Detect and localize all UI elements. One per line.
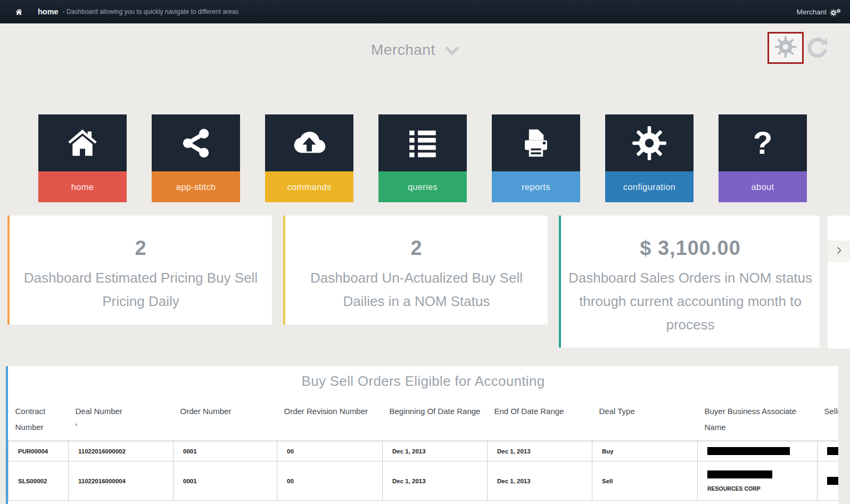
table-cell: 00 — [277, 461, 383, 501]
table-cell: Sell — [592, 461, 698, 501]
table-cell: 00 — [277, 441, 383, 461]
dashboard-title-dropdown[interactable]: Merchant — [0, 42, 830, 60]
topbar: home - Dashboard allowing you to quickly… — [0, 0, 850, 23]
table-cell — [818, 441, 839, 461]
stat-label: Dashboard Estimated Pricing Buy Sell Pri… — [16, 266, 266, 313]
table-cell: 11022016000002 — [69, 441, 174, 461]
chevron-down-icon — [445, 43, 459, 60]
tile-label: about — [752, 182, 774, 192]
table-cell: PUR00004 — [9, 441, 69, 461]
nav-tiles: homeapp-stitchcommandsqueriesreportsconf… — [38, 114, 807, 202]
column-header: Beginning Of Date Range — [383, 402, 488, 441]
stat-value: 2 — [16, 237, 266, 260]
gear-icon-small — [836, 7, 841, 15]
table-cell: 11022016000004 — [69, 461, 174, 501]
table-cell — [818, 461, 839, 501]
table-row[interactable]: PUR0000411022016000002000100Dec 1, 2013D… — [9, 441, 839, 461]
redacted-value — [827, 477, 838, 485]
breadcrumb-page[interactable]: home — [38, 7, 59, 16]
column-header: Order Revision Number — [277, 402, 383, 441]
table-cell: SLS00002 — [9, 461, 69, 501]
column-header: Buyer Business Associate Name — [698, 402, 818, 441]
redacted-value — [707, 447, 790, 455]
stat-card-1: 2Dashboard Estimated Pricing Buy Sell Pr… — [7, 216, 272, 325]
orders-table: Contract NumberDeal Number²Order NumberO… — [8, 402, 838, 501]
header-actions — [768, 32, 830, 64]
table-cell: Dec 1, 2013 — [383, 461, 488, 501]
tile-label: home — [71, 182, 94, 192]
chevron-right-icon — [835, 246, 844, 257]
table-cell: RESOURCES CORP — [698, 461, 818, 501]
list-icon — [405, 126, 440, 161]
page-description: - Dashboard allowing you to quickly navi… — [63, 8, 239, 15]
share-icon — [178, 126, 213, 161]
cogs-icon — [830, 7, 841, 16]
tile-label: commands — [287, 182, 331, 192]
tile-label: configuration — [623, 182, 675, 192]
topbar-merchant-label: Merchant — [797, 8, 827, 16]
page-title: Merchant — [371, 42, 435, 58]
table-row[interactable]: SLS0000211022016000004000100Dec 1, 2013D… — [9, 461, 839, 501]
tile-queries[interactable]: queries — [378, 114, 467, 202]
tile-label: app-stitch — [176, 182, 216, 192]
tile-configuration[interactable]: configuration — [605, 114, 694, 202]
column-header: Deal Type — [592, 402, 698, 441]
carousel-peek-card — [828, 216, 850, 349]
column-header: Order Number — [174, 402, 277, 441]
stat-label: Dashboard Un-Actualized Buy Sell Dailies… — [292, 266, 541, 313]
column-header: Contract Number — [9, 402, 69, 441]
refresh-button[interactable] — [805, 36, 830, 60]
table-title: Buy Sell Orders Eligible for Accounting — [8, 373, 838, 390]
topbar-merchant-menu[interactable]: Merchant — [797, 7, 841, 16]
tile-label: queries — [408, 182, 438, 192]
tile-reports[interactable]: reports — [492, 114, 580, 202]
table-cell: Dec 1, 2013 — [488, 461, 592, 501]
table-cell: Buy — [592, 441, 698, 461]
tile-about[interactable]: ?about — [719, 114, 807, 202]
redacted-value — [827, 447, 838, 455]
settings-button[interactable] — [768, 32, 804, 64]
question-icon: ? — [753, 127, 773, 159]
table-cell: Dec 1, 2013 — [383, 441, 488, 461]
stat-cards-row: 2Dashboard Estimated Pricing Buy Sell Pr… — [7, 216, 820, 348]
table-cell — [698, 441, 818, 461]
carousel-next-button[interactable] — [828, 241, 850, 262]
column-header: End Of Date Range — [488, 402, 592, 441]
column-header: Deal Number² — [69, 402, 174, 441]
column-header: Seller Business Associate Name — [818, 402, 839, 441]
table-cell: Dec 1, 2013 — [488, 441, 592, 461]
cloud-upload-icon — [292, 126, 327, 161]
tile-label: reports — [522, 182, 550, 192]
tile-app-stitch[interactable]: app-stitch — [152, 114, 240, 202]
redacted-value — [707, 470, 772, 478]
stat-value: 2 — [292, 237, 541, 260]
printer-icon — [518, 126, 554, 161]
orders-panel: Buy Sell Orders Eligible for Accounting … — [6, 366, 838, 504]
home-icon[interactable] — [15, 8, 23, 16]
tile-home[interactable]: home — [38, 114, 127, 202]
stat-card-2: 2Dashboard Un-Actualized Buy Sell Dailie… — [283, 216, 548, 325]
cell-caption: RESOURCES CORP — [707, 485, 815, 492]
home-icon — [65, 126, 100, 161]
stat-card-3: $ 3,100.00Dashboard Sales Orders in NOM … — [559, 216, 820, 348]
gear-icon — [774, 36, 797, 60]
table-cell: 0001 — [174, 441, 277, 461]
gear-icon — [632, 126, 667, 161]
stat-value: $ 3,100.00 — [567, 237, 813, 260]
tile-commands[interactable]: commands — [265, 114, 353, 202]
table-cell: 0001 — [174, 461, 277, 501]
stat-label: Dashboard Sales Orders in NOM status thr… — [567, 266, 813, 336]
